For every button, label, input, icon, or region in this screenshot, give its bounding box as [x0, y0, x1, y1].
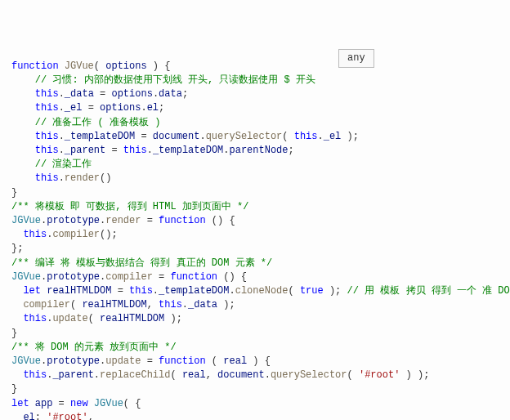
- token-punc: };: [11, 243, 23, 254]
- token-str: '#root': [47, 412, 87, 420]
- code-line: }: [11, 186, 510, 200]
- token-kw: this: [35, 102, 59, 114]
- token-punc: .: [59, 102, 65, 114]
- token-kw: this: [23, 313, 47, 324]
- token-prop: realHTMLDOM: [100, 313, 164, 324]
- token-punc: =: [135, 131, 153, 142]
- token-kw: this: [23, 369, 47, 381]
- token-punc: [11, 117, 35, 128]
- token-prop: document: [217, 369, 265, 381]
- token-punc: =: [141, 355, 159, 367]
- token-prop: document: [153, 131, 200, 142]
- code-line: this._parent.replaceChild( real, documen…: [11, 369, 510, 382]
- token-punc: ,: [206, 369, 217, 381]
- code-line: // 渲染工作: [11, 158, 510, 172]
- token-punc: (: [289, 285, 300, 297]
- token-prop: realHTMLDOM: [82, 299, 146, 311]
- token-fn: querySelector: [206, 131, 283, 142]
- token-prop: _parent: [52, 369, 93, 381]
- token-kw: let: [23, 285, 41, 297]
- code-line: /** 将 DOM 的元素 放到页面中 */: [11, 341, 510, 355]
- token-punc: ( {: [123, 398, 141, 409]
- token-punc: ;: [182, 88, 188, 100]
- token-punc: () {: [217, 271, 247, 283]
- token-punc: (: [70, 299, 82, 311]
- token-prop: prototype: [47, 355, 100, 367]
- code-line: // 准备工作 ( 准备模板 ): [11, 116, 510, 130]
- code-line: }: [11, 382, 510, 396]
- token-punc: (: [170, 369, 181, 381]
- token-prop: el: [23, 412, 34, 420]
- token-punc: .: [59, 145, 65, 156]
- token-prop: prototype: [47, 271, 100, 283]
- token-kw: this: [23, 229, 47, 240]
- token-prop: _templateDOM: [65, 131, 135, 142]
- token-var: JGVue: [11, 215, 41, 226]
- type-tooltip: any: [338, 49, 374, 68]
- token-punc: [29, 398, 35, 409]
- token-cmt: /** 将模板 即 可数据, 得到 HTML 加到页面中 */: [11, 201, 248, 212]
- token-kw: this: [129, 285, 153, 297]
- token-punc: .: [223, 145, 229, 156]
- token-punc: ;: [289, 145, 294, 156]
- token-kw: function: [11, 60, 65, 72]
- code-line: this._templateDOM = document.querySelect…: [11, 130, 510, 144]
- token-punc: (): [100, 172, 111, 184]
- token-kw: this: [123, 145, 147, 156]
- token-punc: [11, 102, 35, 114]
- token-kw: this: [35, 172, 59, 184]
- token-punc: (: [94, 60, 105, 72]
- token-var: JGVue: [11, 271, 41, 283]
- token-punc: .: [153, 88, 159, 100]
- token-cmt: /** 编译 将 模板与数据结合 得到 真正的 DOM 元素 */: [11, 257, 272, 269]
- token-punc: [11, 285, 23, 297]
- token-punc: ();: [100, 229, 118, 240]
- token-punc: [11, 229, 23, 240]
- token-prop: realHTMLDOM: [47, 285, 111, 297]
- code-line: this._el = options.el;: [11, 101, 510, 115]
- token-var: JGVue: [94, 398, 123, 409]
- token-punc: .: [59, 172, 65, 184]
- token-fn: compiler: [105, 271, 153, 283]
- token-kw: function: [159, 215, 206, 226]
- code-line: let realHTMLDOM = this._templateDOM.clon…: [11, 284, 510, 298]
- token-punc: );: [217, 299, 235, 311]
- token-punc: =: [94, 88, 112, 100]
- code-line: this._parent = this._templateDOM.parentN…: [11, 144, 510, 158]
- code-line: this.render(): [11, 172, 510, 185]
- token-punc: ;: [159, 102, 164, 114]
- code-line: JGVue.prototype.compiler = function () {: [11, 270, 510, 284]
- token-kw: let: [11, 398, 29, 409]
- token-fn: compiler: [23, 299, 70, 311]
- token-prop: _data: [188, 299, 217, 311]
- token-prop: real: [223, 355, 247, 367]
- code-line: // 习惯: 内部的数据使用下划线 开头, 只读数据使用 $ 开头: [11, 74, 510, 87]
- token-punc: =: [141, 215, 159, 226]
- token-kw: this: [35, 131, 59, 142]
- token-fn: update: [52, 313, 87, 324]
- token-cmt: // 用 模板 拷贝 得到 一个 准 DOM: [347, 285, 510, 297]
- token-punc: :: [35, 412, 47, 420]
- token-punc: .: [59, 131, 65, 142]
- token-punc: .: [59, 88, 65, 100]
- token-fn: render: [105, 215, 141, 226]
- token-prop: prototype: [47, 215, 100, 226]
- token-punc: ,: [147, 299, 159, 311]
- token-fn: JGVue: [65, 60, 94, 72]
- token-punc: () {: [206, 215, 235, 226]
- token-punc: .: [199, 131, 205, 142]
- code-line: /** 编译 将 模板与数据结合 得到 真正的 DOM 元素 */: [11, 257, 510, 270]
- code-line: }: [11, 327, 510, 341]
- token-punc: .: [147, 145, 153, 156]
- token-kw: function: [159, 355, 206, 367]
- code-line: el: '#root',: [11, 411, 510, 420]
- code-line: this.update( realHTMLDOM );: [11, 312, 510, 326]
- token-punc: }: [11, 383, 17, 395]
- token-prop: _el: [324, 131, 342, 142]
- code-line: /** 将模板 即 可数据, 得到 HTML 加到页面中 */: [11, 200, 510, 214]
- code-line: compiler( realHTMLDOM, this._data );: [11, 298, 510, 312]
- token-punc: );: [341, 131, 359, 142]
- token-cmt: // 习惯: 内部的数据使用下划线 开头, 只读数据使用 $ 开头: [35, 74, 315, 86]
- token-punc: ) {: [247, 355, 271, 367]
- token-prop: data: [159, 88, 182, 100]
